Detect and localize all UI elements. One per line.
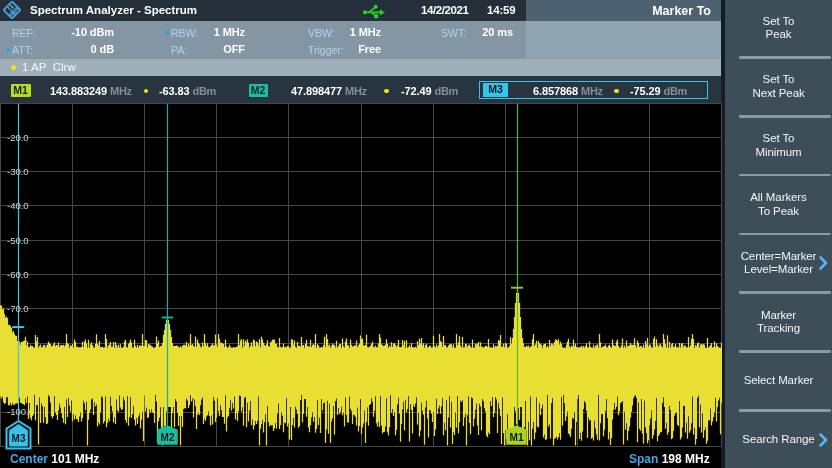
svg-text:-30.0: -30.0 <box>7 166 29 177</box>
svg-text:M2: M2 <box>161 432 175 443</box>
svg-text:-20.0: -20.0 <box>7 132 29 143</box>
svg-text:-40.0: -40.0 <box>7 200 29 211</box>
svg-text:M3: M3 <box>12 433 26 444</box>
svg-text:M1: M1 <box>510 432 524 443</box>
svg-text:-50.0: -50.0 <box>7 235 29 246</box>
svg-text:-70.0: -70.0 <box>7 303 29 314</box>
svg-text:-60.0: -60.0 <box>7 269 29 280</box>
